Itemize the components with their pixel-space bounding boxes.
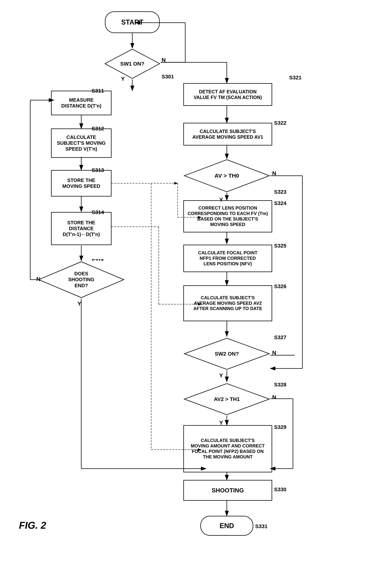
detect-af-node: DETECT AF EVALUATION VALUE FV TM (SCAN A… bbox=[183, 83, 272, 106]
s329-label: S329 bbox=[274, 424, 286, 430]
s331-label: S331 bbox=[255, 523, 267, 529]
shooting-label: SHOOTING bbox=[212, 487, 244, 494]
s324-label: S324 bbox=[274, 200, 286, 206]
av2-th1-diamond: AV2 > TH1 bbox=[183, 383, 270, 416]
s328-label: S328 bbox=[274, 382, 286, 388]
correct-lens-label: CORRECT LENS POSITION CORRESPONDING TO E… bbox=[188, 205, 268, 227]
store-dist-label: STORE THE DISTANCE D(T'n-1)←D(T'n) bbox=[63, 220, 100, 237]
sw1-n-label: N bbox=[162, 57, 166, 63]
av2-th1-y-label: Y bbox=[219, 420, 223, 426]
measure-dist-node: MEASURE DISTANCE D(T'n) bbox=[51, 91, 111, 115]
calc-move-node: CALCULATE SUBJECT'S MOVING AMOUNT AND CO… bbox=[183, 425, 272, 472]
av-th0-n-label: N bbox=[272, 170, 276, 176]
detect-af-label: DETECT AF EVALUATION VALUE FV TM (SCAN A… bbox=[194, 89, 262, 100]
calc-focal-label: CALCULATE FOCAL POINT NFP1 FROM CORRECTE… bbox=[198, 250, 257, 266]
av2-th1-label: AV2 > TH1 bbox=[214, 396, 240, 402]
sw2-label: SW2 ON? bbox=[215, 351, 239, 357]
calc-avg1-node: CALCULATE SUBJECT'S AVERAGE MOVING SPEED… bbox=[183, 123, 272, 145]
store-speed-node: STORE THE MOVING SPEED bbox=[51, 170, 111, 196]
shoot-end-y-label: Y bbox=[77, 301, 81, 307]
start-node: START bbox=[105, 11, 160, 33]
shoot-end-label: DOES SHOOTING END? bbox=[68, 271, 95, 289]
measure-dist-label: MEASURE DISTANCE D(T'n) bbox=[61, 97, 101, 109]
fig-label: FIG. 2 bbox=[19, 520, 46, 531]
av2-th1-n-label: N bbox=[272, 394, 276, 400]
s327-label: S327 bbox=[274, 334, 286, 341]
s301-label: S301 bbox=[162, 74, 174, 80]
calc-speed-label: CALCULATE SUBJECT'S MOVING SPEED V(T'n) bbox=[57, 134, 106, 152]
shooting-node: SHOOTING bbox=[183, 480, 272, 501]
correct-lens-node: CORRECT LENS POSITION CORRESPONDING TO E… bbox=[183, 200, 272, 232]
sw1-y-label: Y bbox=[121, 76, 125, 82]
end-label: END bbox=[220, 522, 234, 530]
end-node: END bbox=[200, 516, 253, 536]
s325-label: S325 bbox=[274, 243, 286, 249]
sw2-n-label: N bbox=[272, 350, 276, 356]
calc-avg1-label: CALCULATE SUBJECT'S AVERAGE MOVING SPEED… bbox=[192, 129, 263, 140]
store-dist-node: STORE THE DISTANCE D(T'n-1)←D(T'n) bbox=[51, 212, 111, 245]
calc-speed-node: CALCULATE SUBJECT'S MOVING SPEED V(T'n) bbox=[51, 129, 111, 158]
av-th0-diamond: AV > TH0 bbox=[183, 159, 270, 193]
sw2-y-label: Y bbox=[219, 372, 223, 379]
s326-label: S326 bbox=[274, 283, 286, 290]
av-th0-label: AV > TH0 bbox=[215, 172, 239, 179]
start-label: START bbox=[121, 18, 143, 26]
shoot-end-n-label: N bbox=[36, 276, 41, 282]
s322-label: S322 bbox=[274, 120, 286, 126]
sw2-diamond: SW2 ON? bbox=[183, 337, 270, 370]
shoot-end-diamond: DOES SHOOTING END? bbox=[38, 261, 125, 299]
calc-move-label: CALCULATE SUBJECT'S MOVING AMOUNT AND CO… bbox=[191, 438, 265, 460]
calc-avg2-node: CALCULATE SUBJECT'S AVERAGE MOVING SPEED… bbox=[183, 285, 272, 321]
sw1-label: SW1 ON? bbox=[120, 61, 144, 67]
store-speed-label: STORE THE MOVING SPEED bbox=[62, 177, 100, 189]
s323-label: S323 bbox=[274, 189, 286, 195]
s321-label: S321 bbox=[289, 75, 302, 81]
diagram-container: START SW1 ON? S301 N Y S311 MEASURE DIST… bbox=[0, 0, 392, 561]
sw1-diamond: SW1 ON? bbox=[104, 48, 161, 79]
calc-focal-node: CALCULATE FOCAL POINT NFP1 FROM CORRECTE… bbox=[183, 245, 272, 272]
s330-label: S330 bbox=[274, 486, 286, 493]
calc-avg2-label: CALCULATE SUBJECT'S AVERAGE MOVING SPEED… bbox=[193, 295, 262, 311]
